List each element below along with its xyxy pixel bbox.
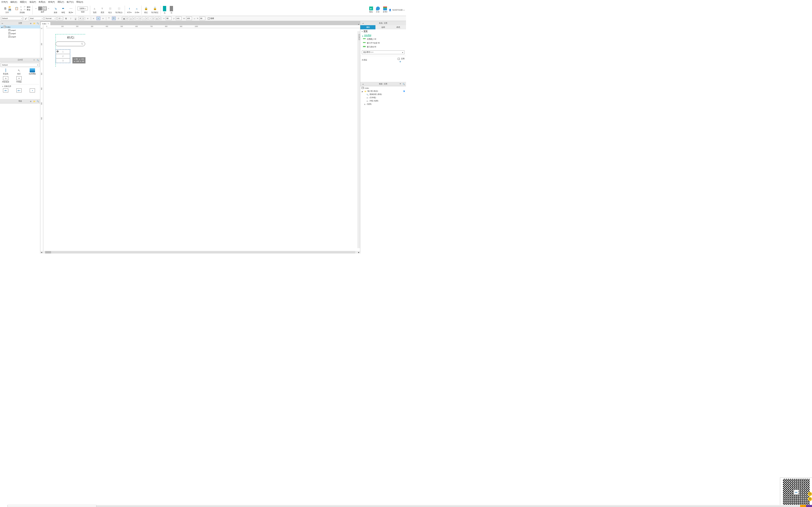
- adaptive-settings-icon[interactable]: ⚙: [399, 60, 401, 63]
- redo-button[interactable]: ↷重做: [23, 9, 30, 11]
- search-pages-icon[interactable]: 🔍: [37, 22, 39, 24]
- select-icon[interactable]: ⬚: [38, 6, 42, 10]
- size-select[interactable]: 13: [57, 17, 63, 20]
- outline-search-button[interactable]: 🔍 搜索按钮 (形状): [360, 93, 406, 96]
- event-window-scroll[interactable]: 窗口滚动 时: [360, 45, 406, 49]
- add-case-link[interactable]: 添加用例: [360, 34, 406, 37]
- widget-dynamic-panel[interactable]: 动态面板: [28, 68, 37, 75]
- pen-group[interactable]: ✒ 钢笔: [59, 4, 67, 16]
- select-crossing-icon[interactable]: ◫: [43, 6, 47, 10]
- copy-icon[interactable]: ⧉: [19, 9, 22, 11]
- scroll-thumb[interactable]: [45, 251, 51, 253]
- widget-iframe[interactable]: ▤ 内联框架: [1, 76, 10, 83]
- outline-search-icon[interactable]: 🔍: [402, 83, 405, 85]
- cut-icon[interactable]: ✂: [19, 6, 22, 8]
- widget-repeater[interactable]: ⊞ 中继器: [14, 76, 23, 83]
- outline-textbox[interactable]: ▭ (文本框): [360, 96, 406, 99]
- library-select[interactable]: Default: [1, 63, 40, 67]
- valign-bottom-button[interactable]: ⊥: [117, 17, 120, 20]
- tab-index[interactable]: index ✕: [40, 22, 51, 25]
- outline-frame[interactable]: ▭ 外框 (矩形): [360, 99, 406, 103]
- hidden-checkbox[interactable]: 隐藏: [208, 17, 214, 20]
- outline-index[interactable]: index: [360, 86, 406, 90]
- w-input[interactable]: [186, 17, 192, 20]
- align-icon[interactable]: ⫞: [127, 6, 132, 11]
- align-group[interactable]: ⫞ 对齐▾: [125, 4, 133, 16]
- widget-textfield[interactable]: abc: [1, 88, 10, 93]
- page-index[interactable]: ◢ index: [0, 25, 40, 29]
- form-section[interactable]: 表单元件: [1, 84, 39, 88]
- widget-hotspot[interactable]: ↖ 热区: [14, 68, 23, 75]
- pen-icon[interactable]: ✒: [61, 6, 65, 11]
- menu-help[interactable]: 帮助(H): [76, 1, 83, 4]
- interactions-header[interactable]: 交互: [360, 30, 406, 34]
- search-masters-icon[interactable]: 🔍: [37, 100, 39, 102]
- publish-icon[interactable]: [383, 6, 387, 10]
- event-page-load[interactable]: 页面载入 时: [360, 37, 406, 41]
- widgets-menu-icon[interactable]: ≡: [33, 59, 35, 61]
- connect-group[interactable]: ↘ 连接: [52, 4, 59, 16]
- h-input[interactable]: [199, 17, 205, 20]
- select-mode-b-icon[interactable]: ⌐: [47, 7, 50, 10]
- save-icon[interactable]: 💾: [8, 9, 11, 11]
- y-input[interactable]: [176, 17, 182, 20]
- weight-select[interactable]: Normal: [45, 17, 56, 20]
- font-select[interactable]: Arial: [29, 17, 44, 20]
- enable-checkbox[interactable]: [398, 58, 400, 60]
- add-master-icon[interactable]: ⊕: [30, 100, 32, 102]
- share-icon[interactable]: [376, 6, 380, 10]
- tree-toggle-icon[interactable]: ◢: [1, 26, 3, 28]
- border-color-button[interactable]: ▢▾: [129, 17, 135, 20]
- canvas-text-style1[interactable]: 样式1: [67, 36, 74, 40]
- collapse-outline-icon[interactable]: ⇥: [361, 83, 364, 85]
- widget-textarea[interactable]: ab↵: [14, 88, 23, 93]
- tab-properties[interactable]: 属性: [360, 25, 375, 30]
- menu-project[interactable]: 项目(P): [30, 1, 36, 4]
- menu-publish[interactable]: 发布(P): [48, 1, 55, 4]
- paste-icon[interactable]: 📋: [14, 6, 19, 11]
- menu-view[interactable]: 视图(V): [20, 1, 27, 4]
- scroll-left-icon[interactable]: ◀: [40, 251, 43, 253]
- outline-group-input[interactable]: ◢ 📁 输入框 (组合): [360, 90, 406, 93]
- guide-horizontal[interactable]: [55, 34, 85, 35]
- open-icon[interactable]: 📂: [8, 6, 11, 8]
- style-select[interactable]: Default: [1, 17, 23, 20]
- scroll-right-icon[interactable]: ▶: [358, 251, 360, 253]
- tab-close-icon[interactable]: ✕: [48, 23, 49, 24]
- outline-filter-icon[interactable]: ⧩: [399, 83, 401, 85]
- preview-group[interactable]: ▶ 预览: [368, 4, 374, 16]
- widgets-search-icon[interactable]: 🔍: [37, 59, 39, 61]
- publish-group[interactable]: 发布▾: [382, 4, 389, 16]
- line-style-button[interactable]: ⋯▾: [142, 17, 148, 20]
- menu-arrange[interactable]: 布局(A): [39, 1, 45, 4]
- new-file-icon[interactable]: 🗎: [3, 6, 8, 11]
- text-color-button[interactable]: A▾: [79, 17, 84, 20]
- collapse-left-icon[interactable]: ⇤: [1, 22, 4, 24]
- preview-icon[interactable]: ▶: [369, 6, 373, 10]
- underline-button[interactable]: U: [73, 17, 78, 20]
- tab-style[interactable]: 样式: [391, 25, 406, 30]
- style-painter-icon[interactable]: 🖌: [24, 17, 28, 20]
- select-mode-a-icon[interactable]: ⌐: [35, 7, 38, 10]
- widget-droplist[interactable]: ▾: [28, 88, 37, 93]
- scrollbar-horizontal[interactable]: ◀ ▶: [40, 251, 360, 253]
- lock-wh-icon[interactable]: ⇿: [194, 17, 195, 19]
- italic-button[interactable]: I: [69, 17, 73, 20]
- align-center-button[interactable]: ≡: [96, 17, 100, 20]
- outline-shape[interactable]: A (矩形): [360, 103, 406, 106]
- align-right-icon[interactable]: [170, 6, 173, 11]
- corner-button[interactable]: ◰▾: [155, 17, 161, 20]
- valign-middle-button[interactable]: ⊟: [112, 17, 116, 20]
- menu-team[interactable]: 团队(T): [58, 1, 64, 4]
- collapse-handle-icon[interactable]: ⦀: [358, 34, 360, 40]
- add-master-folder-icon[interactable]: 📁: [33, 100, 35, 102]
- menu-edit[interactable]: 编辑(E): [10, 1, 17, 4]
- connect-icon[interactable]: ↘: [53, 6, 58, 11]
- distribute-group[interactable]: ⫠ 分布▾: [133, 4, 141, 16]
- bullet-button[interactable]: ≡: [86, 17, 90, 20]
- select-group[interactable]: ⌐ ⬚ ◫ ⌐ 选择: [33, 4, 52, 16]
- collapse-right-icon[interactable]: ⇥: [361, 22, 364, 24]
- zoom-select[interactable]: 100%: [78, 6, 88, 10]
- undo-button[interactable]: ↶撤销: [23, 6, 30, 8]
- account-menu[interactable]: 👤 522073106: [389, 9, 405, 11]
